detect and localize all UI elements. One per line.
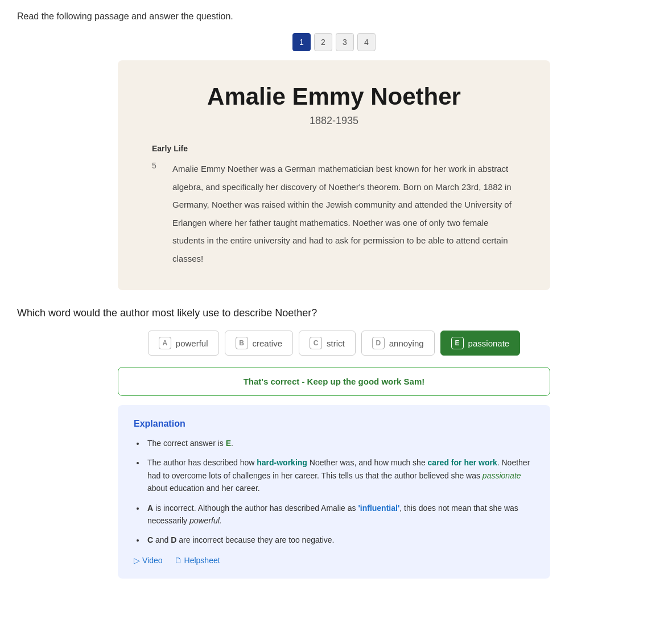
option-label-d: annoying [389,338,424,348]
powerful-italic: powerful. [189,516,222,525]
option-label-e: passionate [468,338,510,348]
passage-section-title: Early Life [152,144,516,153]
option-letter-e: E [451,337,464,349]
correct-answer-letter: E [226,439,231,448]
explanation-title: Explanation [134,419,534,429]
option-letter-b: B [236,337,248,349]
passage-body: 5 Amalie Emmy Noether was a German mathe… [152,160,516,267]
helpsheet-icon: 🗋 [174,556,182,565]
option-e[interactable]: E passionate [440,331,521,356]
question-text: Which word would the author most likely … [17,307,651,319]
explanation-box: Explanation The correct answer is E. The… [118,405,550,579]
option-letter-d: D [372,337,385,349]
highlight-influential: 'influential' [358,503,399,513]
helpsheet-link[interactable]: 🗋 Helpsheet [174,556,220,565]
option-a[interactable]: A powerful [148,331,219,356]
highlight-hardworking: hard-working [257,458,307,467]
option-d[interactable]: D annoying [361,331,435,356]
video-link[interactable]: ▷ Video [134,556,163,565]
option-letter-a: A [159,337,171,349]
explanation-bullet-2: The author has described how hard-workin… [145,456,534,494]
explanation-list: The correct answer is E. The author has … [134,437,534,547]
option-a-label: A [147,503,153,513]
passage-title: Amalie Emmy Noether [152,83,516,110]
passage-dates: 1882-1935 [152,115,516,127]
correct-banner: That's correct - Keep up the good work S… [118,367,550,396]
option-letter-c: C [310,337,322,349]
page-btn-3[interactable]: 3 [336,33,354,51]
option-b[interactable]: B creative [225,331,294,356]
video-icon: ▷ [134,556,140,565]
option-label-b: creative [253,338,283,348]
page-btn-2[interactable]: 2 [314,33,332,51]
pagination: 1 2 3 4 [17,33,651,51]
option-cd-label: C [147,535,153,544]
option-label-a: powerful [176,338,208,348]
instruction-text: Read the following passage and answer th… [17,11,651,22]
explanation-bullet-4: C and D are incorrect because they are t… [145,534,534,546]
video-label: Video [142,556,163,565]
highlight-cared: cared for her work [428,458,497,467]
correct-banner-text: That's correct - Keep up the good work S… [244,377,425,386]
explanation-bullet-1: The correct answer is E. [145,437,534,449]
line-number: 5 [152,160,163,267]
helpsheet-label: Helpsheet [184,556,220,565]
option-d-label: D [171,535,176,544]
highlight-passionate: passionate [483,471,521,480]
option-c[interactable]: C strict [299,331,356,356]
passage-container: Amalie Emmy Noether 1882-1935 Early Life… [118,60,550,290]
answer-options: A powerful B creative C strict D annoyin… [17,331,651,356]
explanation-links: ▷ Video 🗋 Helpsheet [134,556,534,565]
page-btn-4[interactable]: 4 [357,33,376,51]
passage-text: Amalie Emmy Noether was a German mathema… [172,160,516,267]
page-btn-1[interactable]: 1 [292,33,311,51]
option-label-c: strict [327,338,345,348]
question-section: Which word would the author most likely … [17,307,651,579]
explanation-bullet-3: A is incorrect. Although the author has … [145,502,534,527]
